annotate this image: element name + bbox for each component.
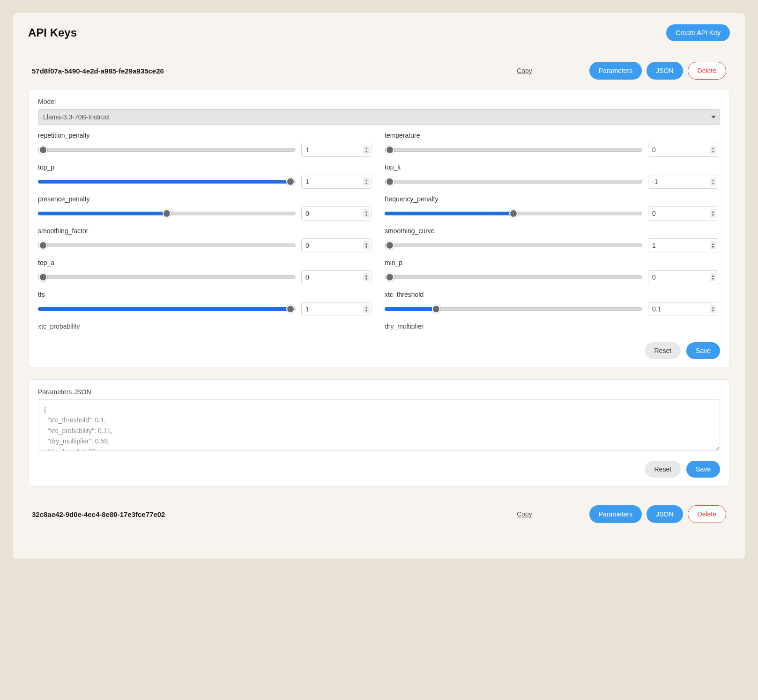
- parameters-scroll[interactable]: repetition_penalty▲▼temperature▲▼top_p▲▼…: [38, 132, 720, 334]
- page-header: API Keys Create API Key: [28, 24, 730, 41]
- stepper-icon[interactable]: ▲▼: [363, 177, 370, 186]
- slider[interactable]: [385, 305, 642, 313]
- param-value-input[interactable]: [301, 206, 372, 221]
- api-key-row: 57d8f07a-5490-4e2d-a985-fe29a935ce26 Cop…: [28, 54, 730, 89]
- param-label: temperature: [385, 132, 718, 139]
- param-label: frequency_penalty: [385, 195, 718, 203]
- param-value-input[interactable]: [648, 175, 718, 189]
- parameters-button[interactable]: Parameters: [589, 62, 642, 80]
- reset-button[interactable]: Reset: [645, 461, 681, 478]
- parameters-card: Model Llama-3.3-70B-Instruct repetition_…: [28, 89, 730, 368]
- param-label: smoothing_factor: [38, 227, 372, 235]
- slider[interactable]: [38, 241, 296, 250]
- page-title: API Keys: [28, 26, 77, 39]
- stepper-icon[interactable]: ▲▼: [710, 146, 716, 154]
- json-panel-title: Parameters JSON: [38, 388, 720, 396]
- param-value-input[interactable]: [648, 143, 718, 157]
- param-label: smoothing_curve: [385, 227, 718, 235]
- stepper-icon[interactable]: ▲▼: [710, 209, 716, 218]
- stepper-icon[interactable]: ▲▼: [710, 305, 716, 313]
- param-value-input[interactable]: [648, 270, 718, 284]
- slider[interactable]: [385, 146, 642, 154]
- api-key-block: 32c8ae42-9d0e-4ec4-8e80-17e3fce77e02 Cop…: [28, 498, 730, 532]
- param-value-input[interactable]: [648, 238, 718, 252]
- slider[interactable]: [38, 273, 296, 281]
- stepper-icon[interactable]: ▲▼: [710, 177, 716, 186]
- param-smoothing_curve: smoothing_curve▲▼: [385, 227, 718, 252]
- param-label: dry_multiplier: [385, 323, 718, 330]
- slider[interactable]: [385, 177, 642, 186]
- param-smoothing_factor: smoothing_factor▲▼: [38, 227, 372, 252]
- key-actions: Parameters JSON Delete: [589, 505, 726, 523]
- param-xtc_threshold: xtc_threshold▲▼: [385, 291, 718, 316]
- param-label: repetition_penalty: [38, 132, 372, 139]
- delete-button[interactable]: Delete: [688, 505, 726, 523]
- param-label: top_p: [38, 163, 372, 171]
- param-repetition_penalty: repetition_penalty▲▼: [38, 132, 372, 157]
- param-value-input[interactable]: [301, 143, 372, 157]
- param-min_p: min_p▲▼: [385, 259, 718, 284]
- param-frequency_penalty: frequency_penalty▲▼: [385, 195, 718, 221]
- reset-button[interactable]: Reset: [645, 342, 681, 359]
- page-container: API Keys Create API Key 57d8f07a-5490-4e…: [13, 13, 745, 559]
- json-card: Parameters JSON Reset Save: [28, 379, 730, 486]
- param-dry_multiplier: dry_multiplier: [385, 323, 718, 334]
- param-value-input[interactable]: [301, 270, 372, 284]
- stepper-icon[interactable]: ▲▼: [363, 241, 370, 250]
- param-value-input[interactable]: [301, 175, 372, 189]
- api-key-id: 57d8f07a-5490-4e2d-a985-fe29a935ce26: [32, 67, 511, 75]
- json-button[interactable]: JSON: [647, 505, 683, 523]
- param-value-input[interactable]: [301, 238, 372, 252]
- stepper-icon[interactable]: ▲▼: [363, 273, 370, 281]
- model-select[interactable]: Llama-3.3-70B-Instruct: [38, 109, 720, 125]
- copy-link[interactable]: Copy: [517, 67, 532, 74]
- slider[interactable]: [38, 209, 296, 218]
- model-label: Model: [38, 98, 720, 105]
- param-label: top_a: [38, 259, 372, 266]
- delete-button[interactable]: Delete: [688, 62, 726, 80]
- slider[interactable]: [38, 177, 296, 186]
- copy-link[interactable]: Copy: [517, 510, 532, 518]
- param-temperature: temperature▲▼: [385, 132, 718, 157]
- param-label: xtc_probability: [38, 323, 372, 330]
- param-top_a: top_a▲▼: [38, 259, 372, 284]
- slider[interactable]: [385, 209, 642, 218]
- slider[interactable]: [38, 305, 296, 313]
- param-label: min_p: [385, 259, 718, 266]
- stepper-icon[interactable]: ▲▼: [363, 209, 370, 218]
- param-value-input[interactable]: [648, 206, 718, 221]
- parameters-actions: Reset Save: [38, 342, 720, 359]
- json-actions: Reset Save: [38, 461, 720, 478]
- save-button[interactable]: Save: [686, 461, 720, 478]
- slider[interactable]: [385, 241, 642, 250]
- stepper-icon[interactable]: ▲▼: [363, 305, 370, 313]
- param-label: tfs: [38, 291, 372, 298]
- save-button[interactable]: Save: [686, 342, 720, 359]
- create-api-key-button[interactable]: Create API Key: [666, 24, 730, 41]
- slider[interactable]: [38, 146, 296, 154]
- api-key-id: 32c8ae42-9d0e-4ec4-8e80-17e3fce77e02: [32, 510, 511, 518]
- json-textarea[interactable]: [38, 399, 720, 451]
- stepper-icon[interactable]: ▲▼: [710, 273, 716, 281]
- param-label: presence_penalty: [38, 195, 372, 203]
- param-top_k: top_k▲▼: [385, 163, 718, 189]
- json-button[interactable]: JSON: [647, 62, 683, 80]
- param-top_p: top_p▲▼: [38, 163, 372, 189]
- api-key-row: 32c8ae42-9d0e-4ec4-8e80-17e3fce77e02 Cop…: [28, 498, 730, 532]
- stepper-icon[interactable]: ▲▼: [710, 241, 716, 250]
- param-tfs: tfs▲▼: [38, 291, 372, 316]
- slider[interactable]: [385, 273, 642, 281]
- param-label: top_k: [385, 163, 718, 171]
- parameters-button[interactable]: Parameters: [589, 505, 642, 523]
- param-value-input[interactable]: [648, 302, 718, 316]
- param-xtc_probability: xtc_probability: [38, 323, 372, 334]
- param-presence_penalty: presence_penalty▲▼: [38, 195, 372, 221]
- param-label: xtc_threshold: [385, 291, 718, 298]
- api-key-block: 57d8f07a-5490-4e2d-a985-fe29a935ce26 Cop…: [28, 54, 730, 486]
- stepper-icon[interactable]: ▲▼: [363, 146, 370, 154]
- key-actions: Parameters JSON Delete: [589, 62, 726, 80]
- param-value-input[interactable]: [301, 302, 372, 316]
